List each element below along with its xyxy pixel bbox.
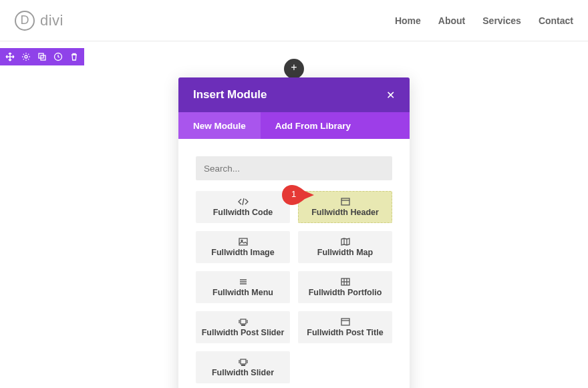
- modal-tabs: New Module Add From Library: [178, 112, 410, 139]
- svg-rect-23: [241, 359, 246, 364]
- duplicate-icon[interactable]: [37, 52, 47, 61]
- svg-point-18: [241, 325, 242, 325]
- search-row: [196, 156, 392, 180]
- close-icon[interactable]: ✕: [386, 89, 395, 102]
- module-fullwidth-code[interactable]: Fullwidth Code: [196, 191, 290, 223]
- module-label: Fullwidth Menu: [212, 288, 273, 297]
- logo[interactable]: D divi: [15, 11, 63, 31]
- module-label: Fullwidth Map: [317, 248, 373, 257]
- modal-body: Fullwidth Code Fullwidth Header Fullwidt…: [178, 139, 410, 388]
- add-module-button[interactable]: +: [284, 59, 304, 79]
- module-fullwidth-post-slider[interactable]: Fullwidth Post Slider: [196, 311, 290, 343]
- modal-title: Insert Module: [193, 88, 267, 102]
- move-icon[interactable]: [5, 52, 15, 61]
- module-fullwidth-menu[interactable]: Fullwidth Menu: [196, 271, 290, 303]
- nav-services[interactable]: Services: [482, 15, 521, 26]
- logo-text: divi: [40, 12, 63, 29]
- module-label: Fullwidth Slider: [212, 368, 274, 377]
- module-fullwidth-map[interactable]: Fullwidth Map: [298, 231, 392, 263]
- module-fullwidth-image[interactable]: Fullwidth Image: [196, 231, 290, 263]
- annotation-number: 1: [291, 189, 296, 199]
- gear-icon[interactable]: [21, 52, 31, 61]
- logo-letter: D: [21, 13, 29, 27]
- section-toolbar: [0, 48, 84, 65]
- svg-point-28: [244, 365, 245, 365]
- menu-icon: [239, 277, 248, 286]
- modal-header: Insert Module ✕: [178, 77, 410, 112]
- svg-point-0: [25, 55, 27, 58]
- insert-module-modal: Insert Module ✕ New Module Add From Libr…: [178, 77, 410, 388]
- module-label: Fullwidth Post Slider: [202, 328, 285, 337]
- tab-new-module[interactable]: New Module: [178, 112, 261, 139]
- module-grid: Fullwidth Code Fullwidth Header Fullwidt…: [196, 191, 392, 383]
- svg-rect-6: [239, 238, 247, 245]
- main-nav: Home About Services Contact: [395, 15, 573, 26]
- nav-contact[interactable]: Contact: [539, 15, 573, 26]
- slider-icon: [239, 357, 248, 367]
- image-icon: [239, 237, 248, 246]
- module-fullwidth-portfolio[interactable]: Fullwidth Portfolio: [298, 271, 392, 303]
- plus-icon: +: [291, 61, 297, 73]
- title-icon: [341, 317, 350, 327]
- trash-icon[interactable]: [69, 52, 79, 61]
- slider-icon: [239, 317, 248, 327]
- svg-point-19: [243, 325, 243, 325]
- nav-about[interactable]: About: [438, 15, 465, 26]
- svg-rect-21: [341, 319, 349, 325]
- module-label: Fullwidth Post Title: [307, 328, 383, 337]
- svg-rect-4: [341, 198, 349, 205]
- annotation-pointer: 1: [282, 185, 314, 205]
- code-icon: [238, 197, 249, 206]
- tab-add-from-library[interactable]: Add From Library: [261, 112, 365, 139]
- nav-home[interactable]: Home: [395, 15, 421, 26]
- header-icon: [341, 197, 350, 206]
- logo-icon: D: [15, 11, 35, 31]
- search-input[interactable]: [196, 156, 392, 180]
- svg-rect-15: [241, 319, 246, 324]
- map-icon: [341, 237, 350, 246]
- page-header: D divi Home About Services Contact: [0, 0, 588, 41]
- save-icon[interactable]: [53, 52, 63, 61]
- module-label: Fullwidth Image: [211, 248, 274, 257]
- svg-point-7: [241, 240, 243, 242]
- module-label: Fullwidth Code: [213, 208, 273, 217]
- svg-point-26: [241, 365, 242, 365]
- svg-point-27: [243, 365, 243, 365]
- module-label: Fullwidth Portfolio: [309, 288, 382, 297]
- svg-point-20: [244, 325, 245, 325]
- grid-icon: [341, 277, 350, 286]
- module-fullwidth-post-title[interactable]: Fullwidth Post Title: [298, 311, 392, 343]
- module-fullwidth-slider[interactable]: Fullwidth Slider: [196, 351, 290, 383]
- module-label: Fullwidth Header: [311, 208, 379, 217]
